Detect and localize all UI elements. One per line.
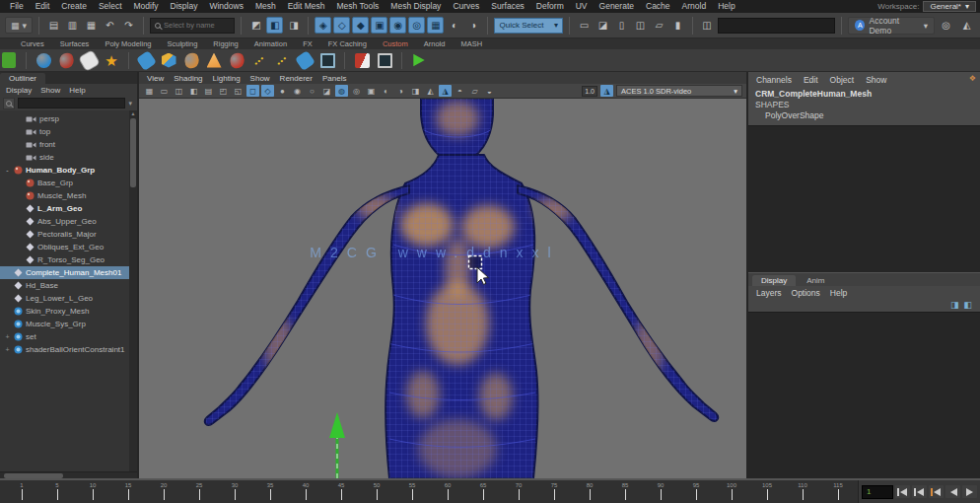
- scrollbar-thumb[interactable]: [130, 118, 136, 187]
- timeline-tick-75[interactable]: 75: [536, 481, 572, 503]
- shelf-tab-fx[interactable]: FX: [296, 39, 319, 48]
- cube-shelf-icon[interactable]: [160, 51, 177, 69]
- human-body-wireframe-model[interactable]: [139, 99, 746, 478]
- safe-title-icon[interactable]: ◱: [232, 85, 245, 97]
- timeline-tick-45[interactable]: 45: [323, 481, 359, 503]
- outliner-item-l-arm-geo[interactable]: L_Arm_Geo: [0, 202, 137, 215]
- bean-shelf-icon[interactable]: [57, 51, 75, 69]
- expander-icon[interactable]: +: [4, 346, 11, 353]
- outliner-item-set[interactable]: +set: [0, 330, 137, 343]
- shelf-tab-surfaces[interactable]: Surfaces: [53, 39, 97, 48]
- menu-display[interactable]: Display: [165, 0, 204, 13]
- shadows-icon[interactable]: ◪: [320, 85, 333, 97]
- timeline-tick-70[interactable]: 70: [501, 481, 536, 503]
- menu-mesh-tools[interactable]: Mesh Tools: [331, 0, 385, 13]
- menu-create[interactable]: Create: [55, 0, 93, 13]
- textured-mode-icon[interactable]: ◉: [291, 85, 304, 97]
- outliner-item-muscle-mesh[interactable]: Muscle_Mesh: [0, 189, 137, 202]
- menu-mesh[interactable]: Mesh: [249, 0, 282, 13]
- layer-menu-help[interactable]: Help: [830, 288, 847, 298]
- sphere-shelf-icon[interactable]: [35, 51, 52, 69]
- timeline-tick-20[interactable]: 20: [146, 481, 181, 503]
- search-input[interactable]: [164, 21, 230, 30]
- menu-help[interactable]: Help: [712, 0, 740, 13]
- go-to-start-button[interactable]: [895, 485, 910, 498]
- snap-to-view-plane-icon[interactable]: ◉: [389, 17, 406, 34]
- gamma-toggle-icon[interactable]: ◓: [454, 85, 466, 97]
- menu-uv[interactable]: UV: [570, 0, 594, 13]
- step-back-key-button[interactable]: [929, 485, 944, 498]
- shelf-tab-custom[interactable]: Custom: [376, 39, 415, 48]
- channel-box-attribute-area[interactable]: [748, 125, 980, 273]
- current-frame-field[interactable]: 1: [862, 485, 893, 499]
- isolate-select-icon[interactable]: ◑: [394, 85, 407, 97]
- motion-blur-icon[interactable]: ◎: [350, 85, 363, 97]
- viewport-menu-view[interactable]: View: [147, 74, 164, 83]
- outliner-item-abs-upper-geo[interactable]: Abs_Upper_Geo: [0, 215, 137, 228]
- scrollbar-thumb[interactable]: [4, 473, 63, 478]
- play-shelf-icon[interactable]: [410, 51, 428, 69]
- outliner-menu-help[interactable]: Help: [69, 86, 85, 95]
- dotted-curve-b-shelf-icon[interactable]: ●●●: [273, 51, 291, 69]
- workspace-dropdown[interactable]: General*▾: [923, 1, 976, 12]
- menu-deform[interactable]: Deform: [530, 0, 570, 13]
- new-scene-icon[interactable]: ▤: [45, 17, 62, 34]
- open-scene-icon[interactable]: ▥: [64, 17, 81, 34]
- outliner-item-muscle-sys-grp[interactable]: Muscle_Sys_Grp: [0, 318, 137, 330]
- layer-menu-layers[interactable]: Layers: [756, 288, 782, 298]
- shelf-tab-sculpting[interactable]: Sculpting: [160, 39, 204, 48]
- outliner-item-skin-proxy-mesh[interactable]: Skin_Proxy_Mesh: [0, 305, 137, 318]
- account-dropdown[interactable]: A Account Demo ▾: [848, 17, 935, 35]
- tab-outliner[interactable]: Outliner: [0, 73, 45, 84]
- menu-select[interactable]: Select: [93, 0, 128, 13]
- snap-align-icon[interactable]: ▦: [427, 17, 444, 34]
- outliner-item-complete-human-mesh01[interactable]: Complete_Human_Mesh01: [0, 266, 137, 279]
- play-backward-button[interactable]: [945, 485, 960, 498]
- outliner-filter-icon[interactable]: [3, 98, 15, 109]
- viewport-menu-renderer[interactable]: Renderer: [280, 74, 313, 83]
- create-layer-from-selected-icon[interactable]: ◧: [963, 300, 972, 312]
- display-settings-icon[interactable]: ◫: [632, 17, 649, 34]
- monitor-shelf-icon[interactable]: [376, 51, 393, 69]
- channel-box-menu-edit[interactable]: Edit: [804, 75, 818, 85]
- menu-edit-mesh[interactable]: Edit Mesh: [282, 0, 331, 13]
- timeline-tick-55[interactable]: 55: [394, 481, 430, 503]
- shelf-tab-poly-modeling[interactable]: Poly Modeling: [98, 39, 158, 48]
- viewport-menu-panels[interactable]: Panels: [322, 74, 346, 83]
- node-name[interactable]: CRM_CompleteHuman_Mesh: [755, 89, 980, 100]
- snapshot-icon[interactable]: ◒: [483, 85, 496, 97]
- play-forward-button[interactable]: [962, 485, 977, 498]
- layer-list-area[interactable]: [748, 312, 980, 478]
- timeline-tick-105[interactable]: 105: [749, 481, 785, 503]
- brush-shelf-icon[interactable]: [353, 51, 371, 69]
- timeline-tick-115[interactable]: 115: [820, 481, 856, 503]
- shelf-menu-icon[interactable]: [2, 52, 16, 68]
- layer-tab-display[interactable]: Display: [752, 275, 796, 286]
- layer-menu-options[interactable]: Options: [792, 288, 820, 298]
- menu-set-dropdown[interactable]: ▦▾: [5, 17, 33, 34]
- channel-box-menu-channels[interactable]: Channels: [756, 75, 792, 85]
- shelf-tab-rigging[interactable]: Rigging: [206, 39, 245, 48]
- bone-shelf-icon[interactable]: [80, 51, 98, 69]
- ipr-render-icon[interactable]: ◪: [595, 17, 611, 34]
- outliner-menu-display[interactable]: Display: [6, 86, 32, 95]
- clip-shelf-icon[interactable]: [318, 51, 336, 69]
- render-current-frame-icon[interactable]: ▭: [576, 17, 593, 34]
- shape-node-name[interactable]: PolyOverShape: [755, 110, 980, 121]
- bandaid-shelf-icon[interactable]: [137, 51, 155, 69]
- menu-arnold[interactable]: Arnold: [676, 0, 713, 13]
- outliner-scrollbar[interactable]: ▲: [129, 110, 137, 471]
- sidebar-toggle-icon[interactable]: ◫: [699, 17, 715, 34]
- outliner-item-front[interactable]: front: [0, 138, 137, 151]
- construction-history-icon[interactable]: ◑: [464, 17, 481, 34]
- snap-to-grid-icon[interactable]: ◈: [315, 17, 331, 34]
- outliner-menu-show[interactable]: Show: [40, 86, 60, 95]
- timeline-tick-60[interactable]: 60: [430, 481, 465, 503]
- timeline-tick-5[interactable]: 5: [39, 481, 75, 503]
- timeline-tick-10[interactable]: 10: [75, 481, 110, 503]
- select-component-mask-icon[interactable]: ◨: [285, 17, 302, 34]
- menu-curves[interactable]: Curves: [447, 0, 485, 13]
- expander-icon[interactable]: +: [4, 333, 11, 340]
- outliner-item-shaderballorientconstraint1[interactable]: +shaderBallOrientConstraint1: [0, 343, 137, 356]
- use-all-lights-icon[interactable]: ○: [306, 85, 318, 97]
